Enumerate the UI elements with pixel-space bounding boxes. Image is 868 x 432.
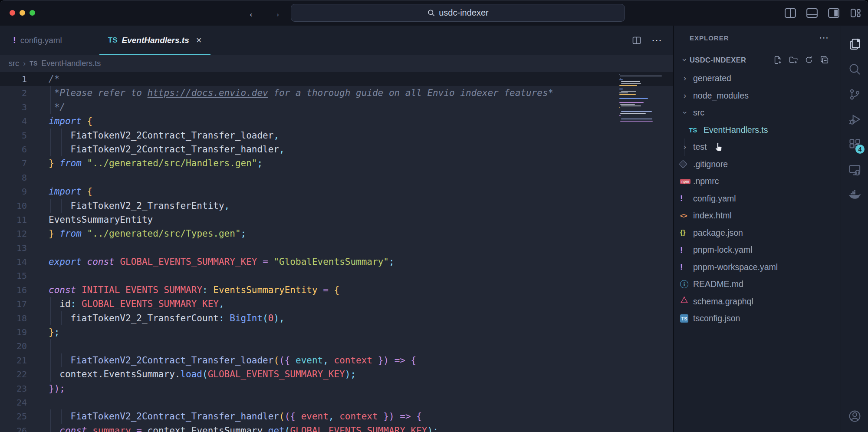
code-line-8[interactable]: 8 [0, 171, 673, 185]
editor-more-actions-icon[interactable]: ⋯ [651, 34, 663, 46]
code-line-25[interactable]: 25 FiatTokenV2_2Contract_Transfer_handle… [0, 409, 673, 423]
code-line-15[interactable]: 15 [0, 269, 673, 283]
tree-item-schema-graphql[interactable]: schema.graphql [674, 293, 841, 310]
code-line-14[interactable]: 14export const GLOBAL_EVENTS_SUMMARY_KEY… [0, 255, 673, 269]
command-center-search[interactable]: usdc-indexer [291, 4, 625, 22]
tree-item-tsconfig-json[interactable]: TStsconfig.json [674, 310, 841, 327]
code-line-4[interactable]: 4import { [0, 114, 673, 128]
code-line-23[interactable]: 23}); [0, 382, 673, 396]
source-control-icon[interactable] [844, 84, 865, 105]
line-number: 2 [0, 86, 27, 100]
minimap[interactable] [617, 74, 673, 204]
line-content [27, 171, 673, 185]
tree-item-label: pnpm-lock.yaml [693, 245, 753, 255]
refresh-explorer-icon[interactable] [804, 55, 814, 65]
code-line-1[interactable]: 1/* [0, 72, 673, 86]
line-content [27, 269, 673, 283]
code-line-7[interactable]: 7} from "../generated/src/Handlers.gen"; [0, 156, 673, 170]
tree-item-label: src [693, 108, 704, 118]
project-root-row[interactable]: › USDC-INDEXER [674, 50, 841, 70]
tree-item-config-yaml[interactable]: !config.yaml [674, 190, 841, 208]
minimize-window-button[interactable] [20, 10, 25, 16]
tree-item-node-modules[interactable]: ›node_modules [674, 87, 841, 105]
minimap-line [621, 91, 636, 92]
panel-layout-icon[interactable] [806, 7, 819, 20]
breadcrumb-src[interactable]: src [9, 59, 19, 68]
tree-item-readme-md[interactable]: iREADME.md [674, 276, 841, 293]
docker-icon[interactable] [844, 185, 865, 205]
npm-file-icon: npm [680, 179, 690, 185]
line-content: FiatTokenV2_2Contract_Transfer_loader, [27, 129, 673, 142]
new-file-icon[interactable] [773, 55, 783, 65]
code-line-5[interactable]: 5 FiatTokenV2_2Contract_Transfer_loader, [0, 129, 673, 142]
line-number: 21 [0, 353, 27, 367]
tree-item-generated[interactable]: ›generated [674, 70, 841, 87]
tab-eventhandlers-ts[interactable]: TSEventHandlers.ts× [98, 26, 212, 55]
account-icon[interactable] [844, 406, 865, 426]
code-line-21[interactable]: 21 FiatTokenV2_2Contract_Transfer_loader… [0, 353, 673, 367]
back-icon[interactable]: ← [247, 7, 259, 19]
line-content: } from "../generated/src/Types.gen"; [27, 227, 673, 241]
code-line-26[interactable]: 26 const summary = context.EventsSummary… [0, 424, 673, 432]
explorer-more-actions-icon[interactable]: ⋯ [819, 32, 829, 43]
tree-item--gitignore[interactable]: .gitignore [674, 156, 841, 173]
line-number: 18 [0, 311, 27, 325]
new-folder-icon[interactable] [789, 55, 798, 65]
minimap-line [619, 92, 628, 93]
code-line-13[interactable]: 13 [0, 241, 673, 255]
tree-item-pnpm-workspace-yaml[interactable]: !pnpm-workspace.yaml [674, 259, 841, 276]
collapse-folders-icon[interactable] [820, 55, 829, 65]
run-debug-icon[interactable] [844, 109, 865, 130]
code-line-20[interactable]: 20 [0, 339, 673, 353]
breadcrumb-file[interactable]: EventHandlers.ts [41, 59, 101, 68]
tree-item-label: node_modules [693, 91, 749, 101]
code-line-24[interactable]: 24 [0, 396, 673, 409]
code-line-22[interactable]: 22 context.EventsSummary.load(GLOBAL_EVE… [0, 367, 673, 381]
extensions-icon[interactable]: 4 [844, 134, 865, 155]
forward-icon[interactable]: → [270, 7, 281, 19]
indent-guide [50, 409, 51, 423]
code-line-16[interactable]: 16const INITIAL_EVENTS_SUMMARY: EventsSu… [0, 283, 673, 297]
tsconfig-file-icon: TS [680, 314, 688, 323]
customize-layout-icon[interactable] [849, 7, 862, 20]
line-content: id: GLOBAL_EVENTS_SUMMARY_KEY, [27, 297, 673, 311]
zoom-window-button[interactable] [30, 10, 35, 16]
code-line-19[interactable]: 19}; [0, 325, 673, 339]
yaml-file-icon: ! [680, 262, 683, 272]
minimap-line [619, 89, 623, 89]
vscode-window: ← → usdc-indexer !config.yamlTSEventHand… [0, 0, 868, 432]
line-number: 6 [0, 142, 27, 156]
code-line-3[interactable]: 3 */ [0, 100, 673, 114]
tree-item--npmrc[interactable]: npm.npmrc [674, 173, 841, 190]
code-line-2[interactable]: 2 *Please refer to https://docs.envio.de… [0, 86, 673, 100]
code-line-11[interactable]: 11EventsSummaryEntity [0, 213, 673, 227]
minimap-line [619, 115, 621, 116]
code-line-10[interactable]: 10 FiatTokenV2_2_TransferEntity, [0, 199, 673, 213]
split-editor-icon[interactable] [631, 35, 642, 46]
code-line-18[interactable]: 18 fiatTokenV2_2_TransferCount: BigInt(0… [0, 311, 673, 325]
close-tab-icon[interactable]: × [196, 35, 202, 46]
code-line-17[interactable]: 17 id: GLOBAL_EVENTS_SUMMARY_KEY, [0, 297, 673, 311]
line-number: 26 [0, 424, 27, 432]
minimap-line [621, 83, 641, 84]
sidebar-right-layout-icon[interactable] [827, 7, 840, 20]
close-window-button[interactable] [10, 10, 15, 16]
tree-item-eventhandlers-ts[interactable]: TSEventHandlers.ts [674, 122, 841, 139]
explorer-icon[interactable] [844, 33, 865, 54]
tree-item-label: .npmrc [693, 176, 719, 186]
code-line-6[interactable]: 6 FiatTokenV2_2Contract_Transfer_handler… [0, 142, 673, 156]
line-number: 24 [0, 396, 27, 409]
tree-item-test[interactable]: ›test [674, 139, 841, 156]
tab-config-yaml[interactable]: !config.yaml [3, 26, 72, 55]
tree-item-pnpm-lock-yaml[interactable]: !pnpm-lock.yaml [674, 241, 841, 259]
minimap-line [619, 79, 623, 80]
tree-item-index-html[interactable]: <>index.html [674, 207, 841, 224]
code-editor[interactable]: 1/*2 *Please refer to https://docs.envio… [0, 72, 673, 432]
tree-item-src[interactable]: ›src [674, 104, 841, 122]
remote-explorer-icon[interactable] [844, 159, 865, 180]
code-line-9[interactable]: 9import { [0, 185, 673, 198]
search-icon[interactable] [844, 59, 865, 79]
code-line-12[interactable]: 12} from "../generated/src/Types.gen"; [0, 227, 673, 241]
split-editor-layout-icon[interactable] [784, 7, 797, 20]
tree-item-package-json[interactable]: {}package.json [674, 224, 841, 242]
